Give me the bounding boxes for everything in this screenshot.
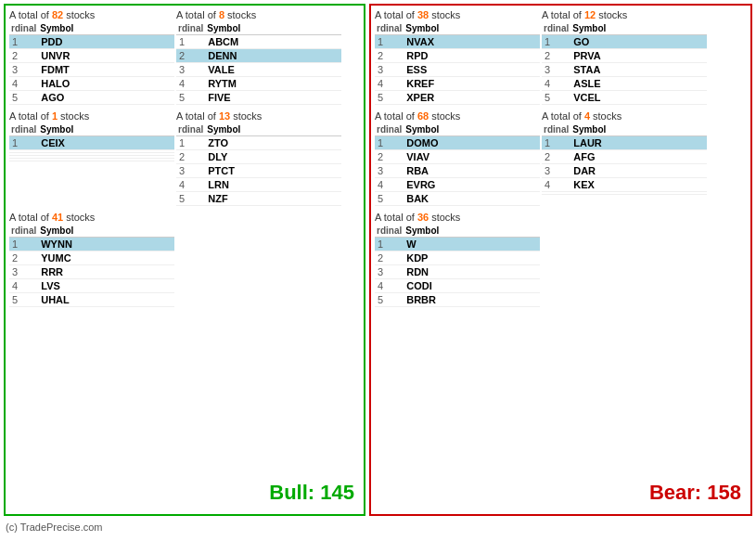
- cell-symbol: YUMC: [38, 251, 174, 265]
- table-row: 3RDN: [375, 265, 540, 279]
- table-row: 2UNVR: [9, 49, 174, 63]
- cell-symbol: FIVE: [205, 91, 341, 105]
- cell-ordinal: 1: [9, 238, 38, 251]
- table-row: 5BRBR: [375, 293, 540, 307]
- cell-ordinal: 2: [375, 251, 404, 265]
- col-header-ordinal: rdinal: [176, 123, 205, 136]
- table-row: 4ASLE: [542, 77, 707, 91]
- table-row: 1DOMO: [375, 136, 540, 150]
- stock-section-s1: A total of 82 stocksrdinalSymbol1PDD2UNV…: [9, 9, 174, 105]
- cell-symbol: DOMO: [404, 136, 540, 150]
- table-row: 2PRVA: [542, 49, 707, 63]
- cell-ordinal: 5: [375, 91, 404, 105]
- table-row: 1GO: [542, 35, 707, 49]
- cell-ordinal: 3: [375, 63, 404, 77]
- table-row: 1ABCM: [176, 35, 341, 49]
- col-header-symbol: Symbol: [404, 22, 540, 35]
- cell-symbol: ASLE: [570, 77, 707, 91]
- section-title-b3: A total of 68 stocks: [375, 110, 540, 122]
- table-row: 5VCEL: [542, 91, 707, 105]
- cell-ordinal: 4: [375, 279, 404, 293]
- cell-symbol: ABCM: [205, 35, 341, 49]
- cell-symbol: LAUR: [570, 136, 707, 150]
- stock-section-b2: A total of 12 stocksrdinalSymbol1GO2PRVA…: [542, 9, 707, 105]
- table-row: 2AFG: [542, 150, 707, 164]
- section-title-s1: A total of 82 stocks: [9, 9, 174, 20]
- table-row: 2VIAV: [375, 150, 540, 164]
- col-header-symbol: Symbol: [404, 225, 540, 238]
- cell-symbol: PDD: [38, 35, 174, 49]
- cell-ordinal: 2: [9, 49, 38, 63]
- cell-ordinal: 5: [176, 192, 205, 206]
- table-row: 5FIVE: [176, 91, 341, 105]
- table-row: 4RYTM: [176, 77, 341, 91]
- cell-ordinal: 1: [176, 35, 205, 49]
- cell-ordinal: 4: [176, 77, 205, 91]
- col-header-ordinal: rdinal: [9, 22, 38, 35]
- table-row: 5XPER: [375, 91, 540, 105]
- section-title-s2: A total of 8 stocks: [176, 9, 341, 20]
- table-row: 5NZF: [176, 192, 341, 206]
- cell-symbol: [38, 159, 174, 161]
- stock-section-b1: A total of 38 stocksrdinalSymbol1NVAX2RP…: [375, 9, 540, 105]
- cell-symbol: DLY: [205, 150, 341, 164]
- cell-symbol: KREF: [404, 77, 540, 91]
- cell-ordinal: 5: [542, 91, 570, 105]
- cell-symbol: PRVA: [570, 49, 707, 63]
- cell-symbol: UHAL: [38, 293, 174, 307]
- table-row: 2DENN: [176, 49, 341, 63]
- cell-ordinal: 4: [542, 178, 570, 192]
- table-row: 4LVS: [9, 279, 174, 293]
- cell-ordinal: 5: [375, 293, 404, 307]
- cell-ordinal: 1: [542, 136, 570, 150]
- cell-symbol: RYTM: [205, 77, 341, 91]
- cell-ordinal: [9, 159, 38, 161]
- cell-ordinal: 4: [542, 77, 570, 91]
- cell-symbol: DENN: [205, 49, 341, 63]
- cell-symbol: NZF: [205, 192, 341, 206]
- col-header-symbol: Symbol: [205, 22, 341, 35]
- table-row: 3ESS: [375, 63, 540, 77]
- cell-ordinal: 5: [176, 91, 205, 105]
- table-row: 4LRN: [176, 178, 341, 192]
- col-header-symbol: Symbol: [38, 123, 174, 136]
- cell-symbol: ZTO: [205, 136, 341, 150]
- cell-ordinal: 3: [542, 164, 570, 178]
- stock-section-s4: A total of 13 stocksrdinalSymbol1ZTO2DLY…: [176, 110, 341, 206]
- table-row: 1ZTO: [176, 136, 341, 150]
- cell-ordinal: 4: [9, 279, 38, 293]
- cell-symbol: NVAX: [404, 35, 540, 49]
- table-row: 4EVRG: [375, 178, 540, 192]
- cell-ordinal: 3: [375, 164, 404, 178]
- cell-ordinal: 1: [375, 238, 404, 251]
- cell-symbol: KDP: [404, 251, 540, 265]
- col-header-symbol: Symbol: [404, 123, 540, 136]
- cell-ordinal: 2: [176, 150, 205, 164]
- cell-symbol: FDMT: [38, 63, 174, 77]
- cell-symbol: BAK: [404, 192, 540, 206]
- cell-ordinal: 3: [176, 164, 205, 178]
- cell-ordinal: 1: [9, 35, 38, 49]
- cell-ordinal: 2: [176, 49, 205, 63]
- stock-section-b4: A total of 4 stocksrdinalSymbol1LAUR2AFG…: [542, 110, 707, 206]
- col-header-ordinal: rdinal: [9, 225, 38, 238]
- table-row: 3VALE: [176, 63, 341, 77]
- cell-symbol: STAA: [570, 63, 707, 77]
- cell-ordinal: 2: [542, 49, 570, 63]
- cell-symbol: W: [404, 238, 540, 251]
- cell-symbol: RRR: [38, 265, 174, 279]
- table-row: [542, 192, 707, 195]
- col-header-ordinal: rdinal: [375, 225, 404, 238]
- stock-section-b3: A total of 68 stocksrdinalSymbol1DOMO2VI…: [375, 110, 540, 206]
- cell-ordinal: 4: [176, 178, 205, 192]
- cell-ordinal: 1: [375, 136, 404, 150]
- cell-ordinal: 5: [9, 91, 38, 105]
- bull-total-label: Bull: 145: [269, 481, 354, 505]
- cell-symbol: PTCT: [205, 164, 341, 178]
- table-row: 2DLY: [176, 150, 341, 164]
- bull-panel: A total of 82 stocksrdinalSymbol1PDD2UNV…: [4, 4, 365, 516]
- table-row: 4KREF: [375, 77, 540, 91]
- table-row: 3RBA: [375, 164, 540, 178]
- cell-ordinal: 1: [542, 35, 570, 49]
- cell-ordinal: [542, 192, 570, 195]
